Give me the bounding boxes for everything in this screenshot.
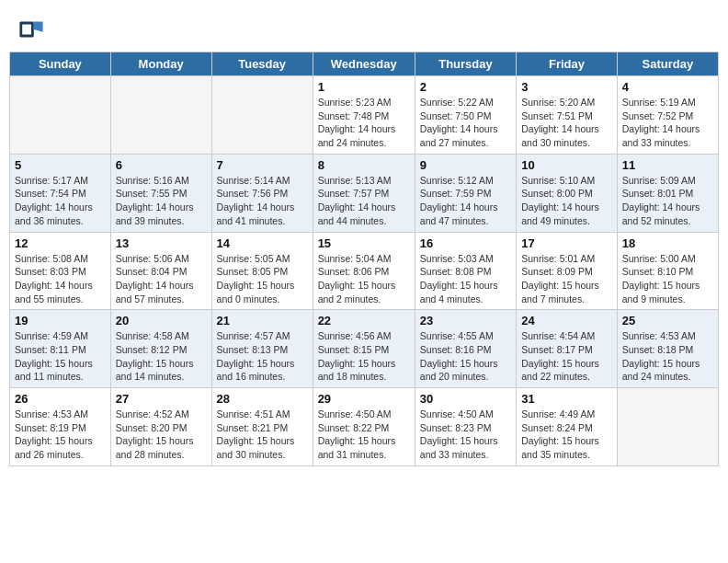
day-info: Sunrise: 4:50 AM Sunset: 8:22 PM Dayligh…: [318, 408, 410, 462]
calendar-cell: 17Sunrise: 5:01 AM Sunset: 8:09 PM Dayli…: [517, 232, 618, 310]
calendar-cell: 15Sunrise: 5:04 AM Sunset: 8:06 PM Dayli…: [313, 232, 415, 310]
weekday-header: Thursday: [415, 52, 516, 76]
day-info: Sunrise: 4:57 AM Sunset: 8:13 PM Dayligh…: [217, 329, 308, 384]
calendar-row: 1Sunrise: 5:23 AM Sunset: 7:48 PM Daylig…: [10, 76, 719, 155]
day-number: 1: [318, 80, 410, 94]
day-info: Sunrise: 4:55 AM Sunset: 8:16 PM Dayligh…: [420, 329, 511, 384]
calendar-cell: 25Sunrise: 4:53 AM Sunset: 8:18 PM Dayli…: [617, 310, 718, 388]
calendar-cell: [110, 76, 211, 155]
calendar-cell: 21Sunrise: 4:57 AM Sunset: 8:13 PM Dayli…: [211, 310, 313, 388]
calendar-cell: 8Sunrise: 5:13 AM Sunset: 7:57 PM Daylig…: [313, 154, 415, 232]
calendar-cell: 28Sunrise: 4:51 AM Sunset: 8:21 PM Dayli…: [211, 388, 313, 466]
calendar-cell: 23Sunrise: 4:55 AM Sunset: 8:16 PM Dayli…: [415, 310, 516, 388]
calendar-cell: 10Sunrise: 5:10 AM Sunset: 8:00 PM Dayli…: [517, 154, 618, 232]
day-info: Sunrise: 5:04 AM Sunset: 8:06 PM Dayligh…: [318, 252, 410, 306]
day-number: 21: [217, 314, 308, 327]
calendar-cell: 12Sunrise: 5:08 AM Sunset: 8:03 PM Dayli…: [10, 232, 111, 310]
day-number: 19: [15, 314, 106, 327]
day-number: 25: [622, 314, 713, 327]
calendar-cell: 7Sunrise: 5:14 AM Sunset: 7:56 PM Daylig…: [211, 154, 313, 232]
day-number: 26: [15, 392, 106, 406]
calendar-cell: 4Sunrise: 5:19 AM Sunset: 7:52 PM Daylig…: [617, 76, 718, 155]
day-info: Sunrise: 4:54 AM Sunset: 8:17 PM Dayligh…: [521, 329, 612, 384]
day-info: Sunrise: 5:16 AM Sunset: 7:55 PM Dayligh…: [116, 174, 207, 228]
day-info: Sunrise: 5:00 AM Sunset: 8:10 PM Dayligh…: [622, 252, 713, 306]
calendar-cell: 3Sunrise: 5:20 AM Sunset: 7:51 PM Daylig…: [517, 76, 618, 155]
calendar-cell: 2Sunrise: 5:22 AM Sunset: 7:50 PM Daylig…: [415, 76, 516, 155]
calendar-cell: [211, 76, 313, 155]
day-number: 27: [116, 392, 207, 406]
calendar-row: 5Sunrise: 5:17 AM Sunset: 7:54 PM Daylig…: [10, 154, 719, 232]
logo-icon: [18, 17, 44, 42]
day-info: Sunrise: 4:53 AM Sunset: 8:18 PM Dayligh…: [622, 329, 713, 384]
logo: [18, 17, 48, 42]
weekday-header: Friday: [517, 52, 618, 76]
calendar-cell: 22Sunrise: 4:56 AM Sunset: 8:15 PM Dayli…: [313, 310, 415, 388]
day-info: Sunrise: 5:20 AM Sunset: 7:51 PM Dayligh…: [521, 96, 612, 150]
day-number: 9: [420, 158, 511, 172]
calendar-row: 12Sunrise: 5:08 AM Sunset: 8:03 PM Dayli…: [10, 232, 719, 310]
day-info: Sunrise: 5:12 AM Sunset: 7:59 PM Dayligh…: [420, 174, 511, 228]
day-info: Sunrise: 5:03 AM Sunset: 8:08 PM Dayligh…: [420, 252, 511, 306]
day-number: 30: [420, 392, 511, 406]
day-number: 28: [217, 392, 308, 406]
day-info: Sunrise: 4:49 AM Sunset: 8:24 PM Dayligh…: [521, 408, 612, 462]
calendar-cell: 26Sunrise: 4:53 AM Sunset: 8:19 PM Dayli…: [10, 388, 111, 466]
weekday-header: Tuesday: [211, 52, 313, 76]
day-info: Sunrise: 4:50 AM Sunset: 8:23 PM Dayligh…: [420, 408, 511, 462]
weekday-header: Sunday: [10, 52, 111, 76]
day-number: 15: [318, 236, 410, 250]
day-number: 24: [521, 314, 612, 327]
day-number: 3: [521, 80, 612, 94]
day-info: Sunrise: 5:23 AM Sunset: 7:48 PM Dayligh…: [318, 96, 410, 150]
calendar-cell: 31Sunrise: 4:49 AM Sunset: 8:24 PM Dayli…: [517, 388, 618, 466]
day-info: Sunrise: 4:59 AM Sunset: 8:11 PM Dayligh…: [15, 329, 106, 384]
day-info: Sunrise: 5:05 AM Sunset: 8:05 PM Dayligh…: [217, 252, 308, 306]
calendar-cell: 16Sunrise: 5:03 AM Sunset: 8:08 PM Dayli…: [415, 232, 516, 310]
day-info: Sunrise: 4:53 AM Sunset: 8:19 PM Dayligh…: [15, 408, 106, 462]
calendar-cell: 11Sunrise: 5:09 AM Sunset: 8:01 PM Dayli…: [617, 154, 718, 232]
day-number: 12: [15, 236, 106, 250]
day-number: 8: [318, 158, 410, 172]
calendar-cell: 6Sunrise: 5:16 AM Sunset: 7:55 PM Daylig…: [110, 154, 211, 232]
calendar-cell: 30Sunrise: 4:50 AM Sunset: 8:23 PM Dayli…: [415, 388, 516, 466]
day-info: Sunrise: 4:51 AM Sunset: 8:21 PM Dayligh…: [217, 408, 308, 462]
day-number: 18: [622, 236, 713, 250]
day-number: 17: [521, 236, 612, 250]
weekday-header: Wednesday: [313, 52, 415, 76]
calendar-cell: [10, 76, 111, 155]
calendar-cell: 20Sunrise: 4:58 AM Sunset: 8:12 PM Dayli…: [110, 310, 211, 388]
day-number: 22: [318, 314, 410, 327]
day-number: 23: [420, 314, 511, 327]
calendar-cell: 9Sunrise: 5:12 AM Sunset: 7:59 PM Daylig…: [415, 154, 516, 232]
day-info: Sunrise: 5:01 AM Sunset: 8:09 PM Dayligh…: [521, 252, 612, 306]
day-info: Sunrise: 5:09 AM Sunset: 8:01 PM Dayligh…: [622, 174, 713, 228]
day-number: 5: [15, 158, 106, 172]
calendar-cell: 14Sunrise: 5:05 AM Sunset: 8:05 PM Dayli…: [211, 232, 313, 310]
day-info: Sunrise: 5:22 AM Sunset: 7:50 PM Dayligh…: [420, 96, 511, 150]
day-number: 10: [521, 158, 612, 172]
day-number: 11: [622, 158, 713, 172]
day-info: Sunrise: 5:10 AM Sunset: 8:00 PM Dayligh…: [521, 174, 612, 228]
calendar-row: 26Sunrise: 4:53 AM Sunset: 8:19 PM Dayli…: [10, 388, 719, 466]
day-number: 7: [217, 158, 308, 172]
calendar-cell: 1Sunrise: 5:23 AM Sunset: 7:48 PM Daylig…: [313, 76, 415, 155]
weekday-header-row: SundayMondayTuesdayWednesdayThursdayFrid…: [10, 52, 719, 76]
svg-marker-3: [34, 22, 43, 32]
calendar-table: SundayMondayTuesdayWednesdayThursdayFrid…: [9, 52, 719, 466]
weekday-header: Saturday: [617, 52, 718, 76]
day-number: 31: [521, 392, 612, 406]
day-info: Sunrise: 5:14 AM Sunset: 7:56 PM Dayligh…: [217, 174, 308, 228]
calendar-cell: [617, 388, 718, 466]
calendar-cell: 13Sunrise: 5:06 AM Sunset: 8:04 PM Dayli…: [110, 232, 211, 310]
day-number: 4: [622, 80, 713, 94]
page-header: [9, 9, 719, 46]
calendar-cell: 29Sunrise: 4:50 AM Sunset: 8:22 PM Dayli…: [313, 388, 415, 466]
day-info: Sunrise: 5:19 AM Sunset: 7:52 PM Dayligh…: [622, 96, 713, 150]
svg-rect-2: [22, 24, 31, 34]
day-number: 29: [318, 392, 410, 406]
day-info: Sunrise: 4:56 AM Sunset: 8:15 PM Dayligh…: [318, 329, 410, 384]
calendar-row: 19Sunrise: 4:59 AM Sunset: 8:11 PM Dayli…: [10, 310, 719, 388]
day-info: Sunrise: 4:52 AM Sunset: 8:20 PM Dayligh…: [116, 408, 207, 462]
day-number: 16: [420, 236, 511, 250]
